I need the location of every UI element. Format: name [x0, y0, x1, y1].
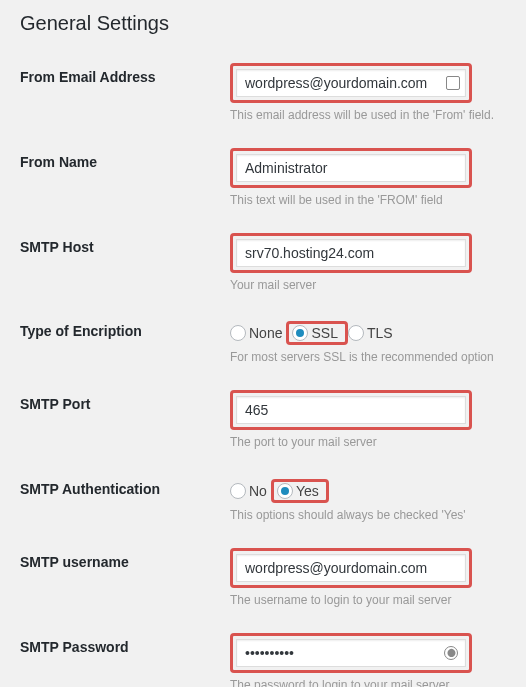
radio-label-yes: Yes [296, 483, 319, 499]
row-from-name: From Name This text will be used in the … [20, 148, 506, 209]
label-from-email: From Email Address [20, 63, 230, 85]
help-smtp-username: The username to login to your mail serve… [230, 592, 506, 609]
highlight-from-name [230, 148, 472, 188]
help-smtp-auth: This options should always be checked 'Y… [230, 507, 506, 524]
radio-label-tls: TLS [367, 325, 393, 341]
page-title: General Settings [20, 12, 506, 35]
radio-group-smtp-auth: No Yes [230, 475, 506, 503]
label-smtp-password: SMTP Password [20, 633, 230, 655]
input-smtp-port[interactable] [236, 396, 466, 424]
radio-label-no: No [249, 483, 267, 499]
radio-encription-none[interactable] [230, 325, 246, 341]
help-from-name: This text will be used in the 'FROM' fie… [230, 192, 506, 209]
general-settings-form: General Settings From Email Address This… [0, 0, 526, 687]
label-smtp-host: SMTP Host [20, 233, 230, 255]
input-from-email[interactable] [236, 69, 466, 97]
radio-group-encription: None SSL TLS [230, 317, 506, 345]
help-encription: For most servers SSL is the recommended … [230, 349, 506, 366]
help-smtp-host: Your mail server [230, 277, 506, 294]
row-smtp-port: SMTP Port The port to your mail server [20, 390, 506, 451]
label-smtp-username: SMTP username [20, 548, 230, 570]
help-from-email: This email address will be used in the '… [230, 107, 506, 124]
label-smtp-auth: SMTP Authentication [20, 475, 230, 497]
help-smtp-password: The password to login to your mail serve… [230, 677, 506, 687]
label-smtp-port: SMTP Port [20, 390, 230, 412]
radio-label-none: None [249, 325, 282, 341]
input-smtp-password[interactable] [236, 639, 466, 667]
radio-encription-tls[interactable] [348, 325, 364, 341]
input-from-name[interactable] [236, 154, 466, 182]
row-smtp-username: SMTP username The username to login to y… [20, 548, 506, 609]
row-smtp-host: SMTP Host Your mail server [20, 233, 506, 294]
radio-auth-yes[interactable] [277, 483, 293, 499]
highlight-smtp-host [230, 233, 472, 273]
highlight-from-email [230, 63, 472, 103]
row-encription: Type of Encription None SSL TLS [20, 317, 506, 366]
radio-label-ssl: SSL [311, 325, 337, 341]
radio-auth-no[interactable] [230, 483, 246, 499]
highlight-smtp-username [230, 548, 472, 588]
label-from-name: From Name [20, 148, 230, 170]
highlight-encription-ssl: SSL [286, 321, 347, 345]
row-smtp-auth: SMTP Authentication No Yes This options … [20, 475, 506, 524]
highlight-smtp-password: ⬤ [230, 633, 472, 673]
row-smtp-password: SMTP Password ⬤ The password to login to… [20, 633, 506, 687]
help-smtp-port: The port to your mail server [230, 434, 506, 451]
label-encription: Type of Encription [20, 317, 230, 339]
input-smtp-username[interactable] [236, 554, 466, 582]
row-from-email: From Email Address This email address wi… [20, 63, 506, 124]
radio-encription-ssl[interactable] [292, 325, 308, 341]
highlight-smtp-port [230, 390, 472, 430]
highlight-auth-yes: Yes [271, 479, 329, 503]
input-smtp-host[interactable] [236, 239, 466, 267]
